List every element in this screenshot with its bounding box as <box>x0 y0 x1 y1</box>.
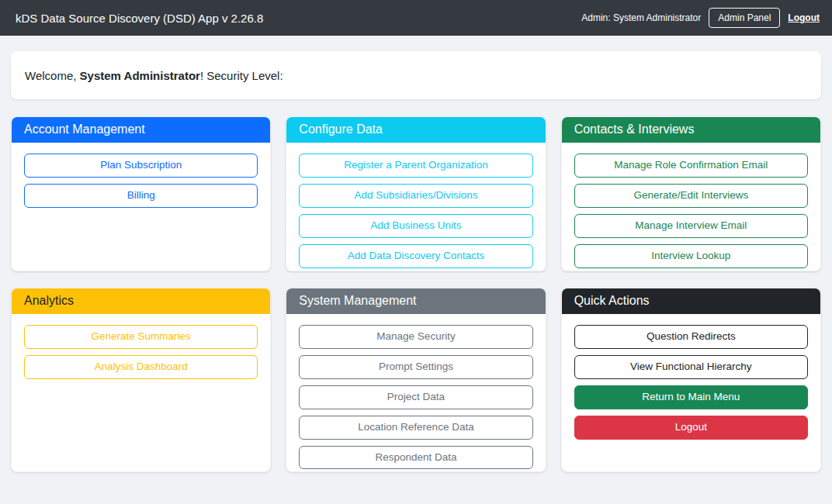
card-analytics-header: Analytics <box>12 288 270 314</box>
respondent-data-button[interactable]: Respondent Data <box>299 446 532 470</box>
card-quick-actions-body: Question Redirects View Functional Hiera… <box>562 314 820 450</box>
manage-interview-email-button[interactable]: Manage Interview Email <box>574 214 808 238</box>
manage-role-confirmation-email-button[interactable]: Manage Role Confirmation Email <box>574 154 808 178</box>
welcome-text: Welcome, System Administrator! Security … <box>25 69 283 82</box>
card-system-management-body: Manage Security Prompt Settings Project … <box>286 314 545 472</box>
admin-user-label: Admin: System Administrator <box>581 12 701 23</box>
view-functional-hierarchy-button[interactable]: View Functional Hierarchy <box>574 355 808 379</box>
card-quick-actions: Quick Actions Question Redirects View Fu… <box>561 288 821 472</box>
card-system-management-header: System Management <box>286 288 545 314</box>
card-analytics-body: Generate Summaries Analysis Dashboard <box>12 314 270 390</box>
location-reference-data-button[interactable]: Location Reference Data <box>299 416 532 440</box>
card-account-management-body: Plan Subscription Billing <box>12 143 270 219</box>
card-system-management: System Management Manage Security Prompt… <box>286 288 546 472</box>
welcome-banner: Welcome, System Administrator! Security … <box>11 51 821 99</box>
project-data-button[interactable]: Project Data <box>299 385 532 409</box>
card-account-management-header: Account Management <box>12 117 270 143</box>
billing-button[interactable]: Billing <box>24 184 258 208</box>
plan-subscription-button[interactable]: Plan Subscription <box>24 154 258 178</box>
card-analytics: Analytics Generate Summaries Analysis Da… <box>11 288 271 472</box>
card-configure-data: Configure Data Register a Parent Organiz… <box>286 116 546 271</box>
admin-panel-button[interactable]: Admin Panel <box>709 8 780 28</box>
generate-summaries-button[interactable]: Generate Summaries <box>24 325 258 349</box>
analysis-dashboard-button[interactable]: Analysis Dashboard <box>24 355 258 379</box>
add-data-discovery-contacts-button[interactable]: Add Data Discovery Contacts <box>299 244 532 268</box>
card-contacts-interviews: Contacts & Interviews Manage Role Confir… <box>561 116 821 271</box>
return-to-main-menu-button[interactable]: Return to Main Menu <box>574 385 808 409</box>
app-title: kDS Data Source Discovery (DSD) App v 2.… <box>16 12 263 25</box>
card-contacts-interviews-body: Manage Role Confirmation Email Generate/… <box>562 143 820 271</box>
register-parent-organization-button[interactable]: Register a Parent Organization <box>299 154 532 178</box>
card-configure-data-body: Register a Parent Organization Add Subsi… <box>286 143 545 271</box>
quick-logout-button[interactable]: Logout <box>574 416 808 440</box>
logout-link[interactable]: Logout <box>788 12 820 23</box>
card-contacts-interviews-header: Contacts & Interviews <box>562 117 820 143</box>
navbar-right-group: Admin: System Administrator Admin Panel … <box>581 8 820 28</box>
prompt-settings-button[interactable]: Prompt Settings <box>299 355 532 379</box>
add-subsidiaries-divisions-button[interactable]: Add Subsidiaries/Divisions <box>299 184 532 208</box>
question-redirects-button[interactable]: Question Redirects <box>574 325 808 349</box>
dashboard-grid: Account Management Plan Subscription Bil… <box>11 116 821 472</box>
generate-edit-interviews-button[interactable]: Generate/Edit Interviews <box>574 184 808 208</box>
welcome-username: System Administrator <box>80 69 200 82</box>
manage-security-button[interactable]: Manage Security <box>299 325 532 349</box>
top-navbar: kDS Data Source Discovery (DSD) App v 2.… <box>0 0 832 36</box>
card-quick-actions-header: Quick Actions <box>562 288 820 314</box>
interview-lookup-button[interactable]: Interview Lookup <box>574 244 808 268</box>
card-configure-data-header: Configure Data <box>286 117 545 143</box>
card-account-management: Account Management Plan Subscription Bil… <box>11 116 271 271</box>
add-business-units-button[interactable]: Add Business Units <box>299 214 532 238</box>
